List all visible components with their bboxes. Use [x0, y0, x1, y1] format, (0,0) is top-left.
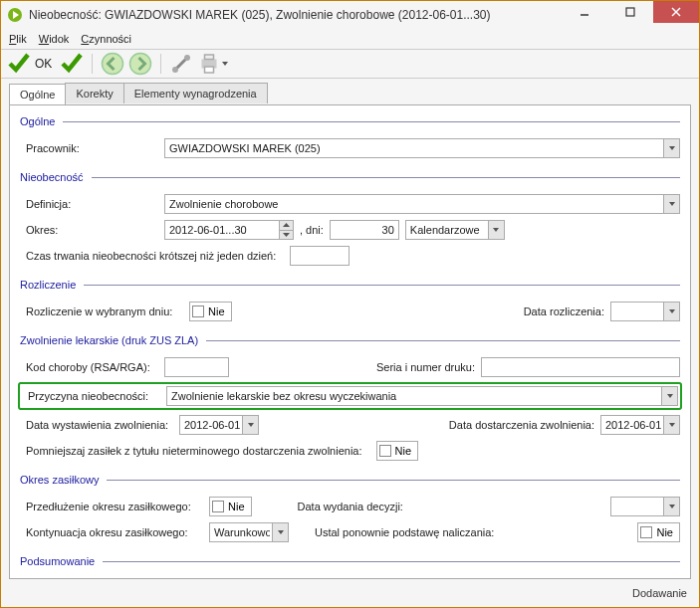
- pomniejsz-checkbox[interactable]: Nie: [376, 441, 419, 461]
- menu-plik[interactable]: Plik: [9, 33, 27, 45]
- chevron-down-icon[interactable]: [661, 387, 677, 405]
- nav-back-button[interactable]: [101, 52, 124, 76]
- pracownik-field[interactable]: [164, 138, 680, 158]
- okres-label: Okres:: [20, 224, 164, 236]
- group-zwolnienie-title: Zwolnienie lekarskie (druk ZUS ZLA): [20, 334, 206, 346]
- svg-marker-20: [667, 394, 673, 398]
- dni-field[interactable]: [330, 220, 399, 240]
- svg-marker-19: [669, 309, 675, 313]
- chevron-down-icon[interactable]: [272, 523, 288, 541]
- tabstrip: Ogólne Korekty Elementy wynagrodzenia: [1, 79, 699, 103]
- spinner-icon[interactable]: [279, 221, 293, 239]
- ok-label: OK: [35, 57, 52, 71]
- seria-label: Seria i numer druku:: [370, 361, 481, 373]
- dni-label: , dni:: [294, 224, 330, 236]
- svg-point-7: [130, 54, 151, 75]
- tab-korekty[interactable]: Korekty: [65, 83, 123, 103]
- svg-marker-22: [669, 423, 675, 427]
- wystawienie-label: Data wystawienia zwolnienia:: [20, 419, 179, 431]
- seria-field[interactable]: [481, 357, 680, 377]
- ustal-label: Ustal ponownie podstawę naliczania:: [309, 526, 637, 538]
- chevron-down-icon[interactable]: [663, 303, 679, 320]
- svg-marker-17: [283, 233, 290, 237]
- window-title: Nieobecność: GWIAZDOWSKI MAREK (025), Zw…: [29, 8, 562, 22]
- svg-rect-12: [205, 67, 214, 73]
- group-ogolne-title: Ogólne: [20, 115, 63, 127]
- przedluzenie-checkbox[interactable]: Nie: [209, 497, 252, 516]
- toolbar: OK: [1, 49, 699, 79]
- chevron-down-icon[interactable]: [663, 498, 679, 515]
- ok-next-button[interactable]: [60, 52, 84, 76]
- decyzja-label: Data wydania decyzji:: [292, 501, 441, 512]
- ustal-checkbox[interactable]: Nie: [637, 522, 680, 542]
- close-button[interactable]: [653, 1, 699, 23]
- pracownik-label: Pracownik:: [20, 142, 164, 154]
- menubar: Plik Widok Czynności: [1, 29, 699, 49]
- przedluzenie-label: Przedłużenie okresu zasiłkowego:: [20, 501, 209, 512]
- tab-elementy[interactable]: Elementy wynagrodzenia: [123, 83, 268, 103]
- minimize-button[interactable]: [562, 1, 607, 23]
- czas-field: [290, 246, 350, 266]
- menu-czynnosci[interactable]: Czynności: [81, 33, 131, 45]
- settings-button[interactable]: [169, 52, 193, 76]
- przyczyna-label: Przyczyna nieobecności:: [22, 390, 166, 402]
- rozliczenie-wybranym-label: Rozliczenie w wybranym dniu:: [20, 305, 189, 317]
- maximize-button[interactable]: [607, 1, 653, 23]
- kod-label: Kod choroby (RSA/RGA):: [20, 361, 164, 373]
- svg-marker-18: [493, 228, 499, 232]
- svg-marker-16: [283, 223, 290, 227]
- czas-label: Czas trwania nieobecności krótszej niż j…: [20, 250, 290, 262]
- statusbar: Dodawanie: [9, 583, 691, 603]
- group-nieobecnosc: Nieobecność Definicja: Okres: , dni:: [20, 171, 680, 271]
- definicja-label: Definicja:: [20, 198, 164, 210]
- svg-marker-21: [248, 423, 254, 427]
- dostarczenie-label: Data dostarczenia zwolnienia:: [443, 419, 600, 431]
- okres-kor-field: [164, 578, 453, 579]
- chevron-down-icon[interactable]: [488, 221, 504, 239]
- group-rozliczenie-title: Rozliczenie: [20, 279, 84, 291]
- group-rozliczenie: Rozliczenie Rozliczenie w wybranym dniu:…: [20, 279, 680, 326]
- menu-widok[interactable]: Widok: [39, 33, 70, 45]
- app-icon: [7, 7, 23, 23]
- svg-point-9: [172, 67, 178, 73]
- okres-field[interactable]: [164, 220, 294, 240]
- print-dropdown-icon[interactable]: [221, 58, 229, 70]
- svg-point-6: [103, 54, 123, 75]
- kontynuacja-label: Kontynuacja okresu zasiłkowego:: [20, 526, 209, 538]
- content-pane: Ogólne Pracownik: Nieobecność Definicja:…: [9, 104, 691, 579]
- rozliczenie-data-label: Data rozliczenia:: [518, 305, 610, 317]
- svg-point-8: [184, 55, 190, 61]
- svg-marker-15: [669, 202, 675, 206]
- group-podsumowanie: Podsumowanie Okres po korektach: Dni: No…: [20, 555, 680, 579]
- group-okres-zasilkowy-title: Okres zasiłkowy: [20, 474, 107, 486]
- group-nieobecnosc-title: Nieobecność: [20, 171, 92, 183]
- print-button[interactable]: [197, 52, 221, 76]
- chevron-down-icon[interactable]: [663, 195, 679, 213]
- svg-marker-24: [278, 530, 284, 534]
- chevron-down-icon[interactable]: [663, 416, 679, 434]
- tab-ogolne[interactable]: Ogólne: [9, 84, 66, 104]
- status-text: Dodawanie: [632, 587, 687, 599]
- przyczyna-field[interactable]: [166, 386, 678, 406]
- group-zwolnienie: Zwolnienie lekarskie (druk ZUS ZLA) Kod …: [20, 334, 680, 466]
- group-okres-zasilkowy: Okres zasiłkowy Przedłużenie okresu zasi…: [20, 474, 680, 547]
- svg-marker-13: [222, 62, 228, 66]
- svg-marker-14: [669, 146, 675, 150]
- ok-check-button[interactable]: [7, 52, 31, 76]
- group-podsumowanie-title: Podsumowanie: [20, 555, 103, 567]
- titlebar: Nieobecność: GWIAZDOWSKI MAREK (025), Zw…: [1, 1, 699, 29]
- nav-forward-button[interactable]: [128, 52, 152, 76]
- chevron-down-icon[interactable]: [242, 416, 258, 434]
- svg-rect-3: [626, 8, 634, 16]
- group-ogolne: Ogólne Pracownik:: [20, 115, 680, 163]
- kod-field[interactable]: [164, 357, 229, 377]
- chevron-down-icon[interactable]: [663, 139, 679, 157]
- definicja-field[interactable]: [164, 194, 680, 214]
- svg-rect-11: [205, 55, 214, 60]
- rozliczenie-wybranym-checkbox[interactable]: Nie: [189, 302, 232, 321]
- pomniejsz-label: Pomniejszaj zasiłek z tytułu nieterminow…: [20, 445, 376, 457]
- svg-marker-23: [669, 505, 675, 508]
